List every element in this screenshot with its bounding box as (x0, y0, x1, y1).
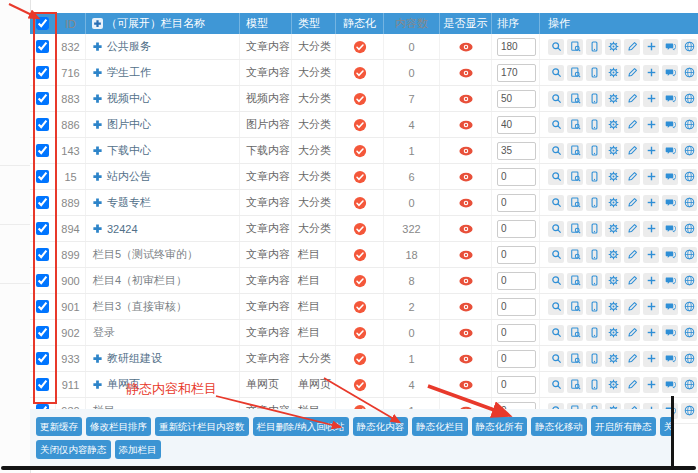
expand-plus-icon[interactable] (92, 353, 103, 364)
settings-action-icon[interactable] (605, 39, 621, 55)
row-checkbox[interactable] (36, 326, 49, 339)
expand-plus-icon[interactable] (92, 171, 103, 182)
mobile-view-action-icon[interactable] (586, 39, 602, 55)
comments-action-icon[interactable] (662, 325, 678, 341)
staticized-check-icon[interactable] (353, 66, 367, 80)
edit-action-icon[interactable] (624, 221, 640, 237)
add-sub-column-action-icon[interactable] (643, 273, 659, 289)
preview-page-action-icon[interactable] (567, 169, 583, 185)
sort-input[interactable] (497, 220, 536, 238)
staticized-check-icon[interactable] (353, 170, 367, 184)
add-sub-column-action-icon[interactable] (643, 195, 659, 211)
mobile-view-action-icon[interactable] (586, 143, 602, 159)
search-action-icon[interactable] (548, 221, 564, 237)
add-sub-column-action-icon[interactable] (643, 65, 659, 81)
visit-site-action-icon[interactable] (681, 91, 697, 107)
staticize-content-button[interactable]: 静态化内容 (353, 417, 409, 436)
row-checkbox[interactable] (36, 300, 49, 313)
column-name-link[interactable]: 栏目3（直接审核） (93, 299, 187, 314)
staticized-check-icon[interactable] (353, 300, 367, 314)
row-checkbox[interactable] (36, 222, 49, 235)
staticize-all-button[interactable]: 静态化所有 (472, 417, 528, 436)
row-checkbox[interactable] (36, 40, 49, 53)
settings-action-icon[interactable] (605, 273, 621, 289)
settings-action-icon[interactable] (605, 117, 621, 133)
settings-action-icon[interactable] (605, 143, 621, 159)
visibility-eye-icon[interactable] (459, 224, 473, 234)
add-sub-column-action-icon[interactable] (643, 221, 659, 237)
recount-contents-button[interactable]: 重新统计栏目内容数 (155, 417, 249, 436)
add-sub-column-action-icon[interactable] (643, 91, 659, 107)
column-name-link[interactable]: 专题专栏 (107, 195, 151, 210)
visit-site-action-icon[interactable] (681, 65, 697, 81)
search-action-icon[interactable] (548, 39, 564, 55)
search-action-icon[interactable] (548, 377, 564, 393)
staticized-check-icon[interactable] (353, 352, 367, 366)
expand-plus-icon[interactable] (92, 145, 103, 156)
comments-action-icon[interactable] (662, 169, 678, 185)
search-action-icon[interactable] (548, 325, 564, 341)
row-checkbox[interactable] (36, 274, 49, 287)
preview-page-action-icon[interactable] (567, 247, 583, 263)
visit-site-action-icon[interactable] (681, 299, 697, 315)
visit-site-action-icon[interactable] (681, 39, 697, 55)
edit-action-icon[interactable] (624, 143, 640, 159)
search-action-icon[interactable] (548, 273, 564, 289)
header-name[interactable]: （可展开）栏目名称 (86, 13, 240, 34)
add-column-button[interactable]: 添加栏目 (115, 440, 161, 459)
comments-action-icon[interactable] (662, 299, 678, 315)
search-action-icon[interactable] (548, 65, 564, 81)
add-sub-column-action-icon[interactable] (643, 247, 659, 263)
row-checkbox[interactable] (36, 118, 49, 131)
mobile-view-action-icon[interactable] (586, 117, 602, 133)
staticized-check-icon[interactable] (353, 40, 367, 54)
mobile-view-action-icon[interactable] (586, 65, 602, 81)
add-sub-column-action-icon[interactable] (643, 117, 659, 133)
mobile-view-action-icon[interactable] (586, 299, 602, 315)
staticize-mobile-button[interactable]: 静态化移动 (531, 417, 587, 436)
staticized-check-icon[interactable] (353, 378, 367, 392)
visit-site-action-icon[interactable] (681, 143, 697, 159)
edit-action-icon[interactable] (624, 65, 640, 81)
sort-input[interactable] (497, 116, 536, 134)
sort-input[interactable] (497, 272, 536, 290)
visibility-eye-icon[interactable] (459, 120, 473, 130)
staticized-check-icon[interactable] (353, 222, 367, 236)
staticized-check-icon[interactable] (353, 248, 367, 262)
preview-page-action-icon[interactable] (567, 65, 583, 81)
expand-all-plus-icon[interactable] (92, 18, 103, 29)
row-checkbox[interactable] (36, 170, 49, 183)
settings-action-icon[interactable] (605, 195, 621, 211)
settings-action-icon[interactable] (605, 169, 621, 185)
comments-action-icon[interactable] (662, 195, 678, 211)
staticized-check-icon[interactable] (353, 92, 367, 106)
visibility-eye-icon[interactable] (459, 276, 473, 286)
visit-site-action-icon[interactable] (681, 221, 697, 237)
mobile-view-action-icon[interactable] (586, 273, 602, 289)
sort-input[interactable] (497, 246, 536, 264)
search-action-icon[interactable] (548, 143, 564, 159)
expand-plus-icon[interactable] (92, 119, 103, 130)
comments-action-icon[interactable] (662, 273, 678, 289)
visit-site-action-icon[interactable] (681, 325, 697, 341)
select-all-checkbox[interactable] (36, 17, 49, 30)
disable-content-only-static-button[interactable]: 关闭仅内容静态 (36, 440, 111, 459)
comments-action-icon[interactable] (662, 221, 678, 237)
settings-action-icon[interactable] (605, 299, 621, 315)
mobile-view-action-icon[interactable] (586, 325, 602, 341)
row-checkbox[interactable] (36, 248, 49, 261)
preview-page-action-icon[interactable] (567, 273, 583, 289)
edit-action-icon[interactable] (624, 169, 640, 185)
visibility-eye-icon[interactable] (459, 42, 473, 52)
visibility-eye-icon[interactable] (459, 68, 473, 78)
staticized-check-icon[interactable] (353, 196, 367, 210)
column-name-link[interactable]: 栏目5（测试终审的） (93, 247, 198, 262)
comments-action-icon[interactable] (662, 91, 678, 107)
comments-action-icon[interactable] (662, 39, 678, 55)
sort-input[interactable] (497, 142, 536, 160)
settings-action-icon[interactable] (605, 221, 621, 237)
add-sub-column-action-icon[interactable] (643, 143, 659, 159)
expand-plus-icon[interactable] (92, 93, 103, 104)
expand-plus-icon[interactable] (92, 379, 103, 390)
preview-page-action-icon[interactable] (567, 91, 583, 107)
